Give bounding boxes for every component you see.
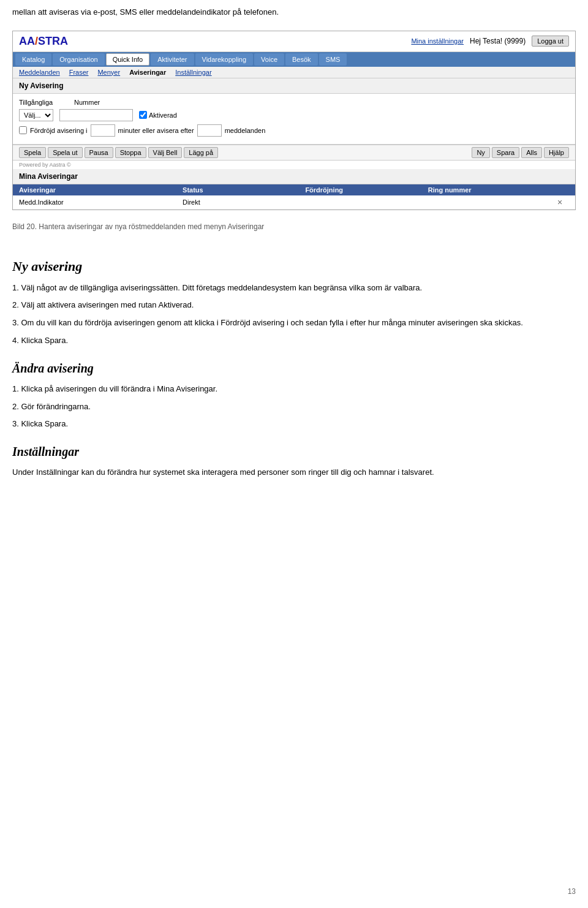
nav-quick-info[interactable]: Quick Info xyxy=(106,53,150,66)
logout-button[interactable]: Logga ut xyxy=(532,36,569,47)
fordrojd-row: Fördröjd avisering i minuter eller avise… xyxy=(19,124,569,137)
nav-katalog[interactable]: Katalog xyxy=(15,53,51,66)
body-text-4: 4. Klicka Spara. xyxy=(12,335,576,347)
aktiverad-label: Aktiverad xyxy=(139,111,177,119)
lagg-pa-button[interactable]: Lägg på xyxy=(184,147,218,158)
spara-button[interactable]: Spara xyxy=(492,147,519,158)
nav-sms[interactable]: SMS xyxy=(319,53,347,66)
sub-nav-meddelanden[interactable]: Meddelanden xyxy=(19,69,60,76)
cell-status: Direkt xyxy=(183,199,305,206)
spela-ut-button[interactable]: Spela ut xyxy=(48,147,82,158)
table-header: Aviseringar Status Fördröjning Ring numm… xyxy=(13,184,575,195)
tillgangliga-label: Tillgångliga xyxy=(19,99,68,106)
meddelanden-label: meddelanden xyxy=(225,127,266,134)
heading-installningar: Inställningar xyxy=(12,442,576,461)
toolbar: Spela Spela ut Pausa Stoppa Välj Bell Lä… xyxy=(13,145,575,161)
nav-vidarekoppling[interactable]: Vidarekoppling xyxy=(195,53,254,66)
toolbar-left: Spela Spela ut Pausa Stoppa Välj Bell Lä… xyxy=(19,147,218,158)
fordrojd-minuter-input[interactable] xyxy=(91,124,115,137)
col-ring-nummer: Ring nummer xyxy=(428,186,551,194)
minuter-label: minuter eller avisera efter xyxy=(118,127,194,134)
sub-nav-installningar[interactable]: Inställningar xyxy=(175,69,211,76)
nav-aktiviteter[interactable]: Aktiviteter xyxy=(151,53,194,66)
body-text-7: 3. Klicka Spara. xyxy=(12,418,576,431)
sub-nav-fraser[interactable]: Fraser xyxy=(69,69,89,76)
mina-aviseringar-title: Mina Aviseringar xyxy=(13,169,575,184)
col-status: Status xyxy=(183,186,305,194)
body-text-1: 1. Välj något av de tillgängliga aviseri… xyxy=(12,282,576,295)
table-row[interactable]: Medd.Indikator Direkt × xyxy=(13,195,575,210)
logo-stra: STRA xyxy=(38,35,68,48)
heading-andra-avisering: Ändra avisering xyxy=(12,358,576,378)
sub-nav-aviseringar[interactable]: Aviseringar xyxy=(129,69,166,76)
aastra-logo: AA/STRA xyxy=(19,35,68,48)
top-bar: AA/STRA Mina inställningar Hej Testa! (9… xyxy=(13,31,575,52)
col-fordrojning: Fördröjning xyxy=(305,186,428,194)
valj-bell-button[interactable]: Välj Bell xyxy=(148,147,183,158)
body-text-5: 1. Klicka på aviseringen du vill förändr… xyxy=(12,383,576,396)
col-aviseringar: Aviseringar xyxy=(19,186,183,194)
tillgangliga-select[interactable]: Välj... xyxy=(19,109,53,121)
nav-voice[interactable]: Voice xyxy=(254,53,284,66)
nav-besok[interactable]: Besök xyxy=(285,53,318,66)
logo-aa: AA xyxy=(19,35,35,48)
body-text-3: 3. Om du vill kan du fördröja aviseringe… xyxy=(12,317,576,330)
caption: Bild 20. Hantera aviseringar av nya röst… xyxy=(12,222,576,231)
nav-organisation[interactable]: Organisation xyxy=(53,53,104,66)
toolbar-right: Ny Spara Alls Hjälp xyxy=(472,147,569,158)
user-area: Mina inställningar Hej Testa! (9999) Log… xyxy=(411,36,569,47)
sub-nav: Meddelanden Fraser Menyer Aviseringar In… xyxy=(13,67,575,78)
form-row-inputs: Välj... Aktiverad xyxy=(19,109,569,121)
alls-button[interactable]: Alls xyxy=(521,147,542,158)
nummer-input[interactable] xyxy=(59,109,133,121)
app-frame: AA/STRA Mina inställningar Hej Testa! (9… xyxy=(12,31,576,210)
fordrojd-label: Fördröjd avisering i xyxy=(30,127,88,134)
ny-button[interactable]: Ny xyxy=(472,147,489,158)
heading-ny-avisering: Ny avisering xyxy=(12,255,576,277)
body-text-6: 2. Gör förändringarna. xyxy=(12,401,576,414)
intro-text: mellan att aviseras via e-post, SMS elle… xyxy=(0,0,588,31)
powered-by: Powered by Aastra © xyxy=(13,161,575,169)
aktiverad-checkbox[interactable] xyxy=(139,111,147,119)
body-text-2: 2. Välj att aktivera aviseringen med rut… xyxy=(12,299,576,312)
stoppa-button[interactable]: Stoppa xyxy=(115,147,146,158)
logo-area: AA/STRA xyxy=(19,35,68,48)
settings-link[interactable]: Mina inställningar xyxy=(411,37,464,45)
main-content: Ny avisering 1. Välj något av de tillgän… xyxy=(0,237,588,494)
pausa-button[interactable]: Pausa xyxy=(85,147,113,158)
col-actions xyxy=(551,186,569,194)
nummer-label: Nummer xyxy=(74,99,123,106)
ny-avisering-title: Ny Avisering xyxy=(13,78,575,94)
form-row-select: Tillgångliga Nummer xyxy=(19,99,569,106)
delete-icon[interactable]: × xyxy=(551,197,569,207)
hjalp-button[interactable]: Hjälp xyxy=(544,147,569,158)
main-nav: Katalog Organisation Quick Info Aktivite… xyxy=(13,52,575,67)
meddelanden-input[interactable] xyxy=(197,124,222,137)
cell-avisering-name: Medd.Indikator xyxy=(19,199,183,206)
spela-button[interactable]: Spela xyxy=(19,147,46,158)
body-text-8: Under Inställningar kan du förändra hur … xyxy=(12,466,576,479)
user-info: Hej Testa! (9999) xyxy=(470,37,526,45)
form-area: Tillgångliga Nummer Välj... Aktiverad Fö… xyxy=(13,94,575,145)
sub-nav-menyer[interactable]: Menyer xyxy=(97,69,120,76)
fordrojd-checkbox[interactable] xyxy=(19,126,27,134)
